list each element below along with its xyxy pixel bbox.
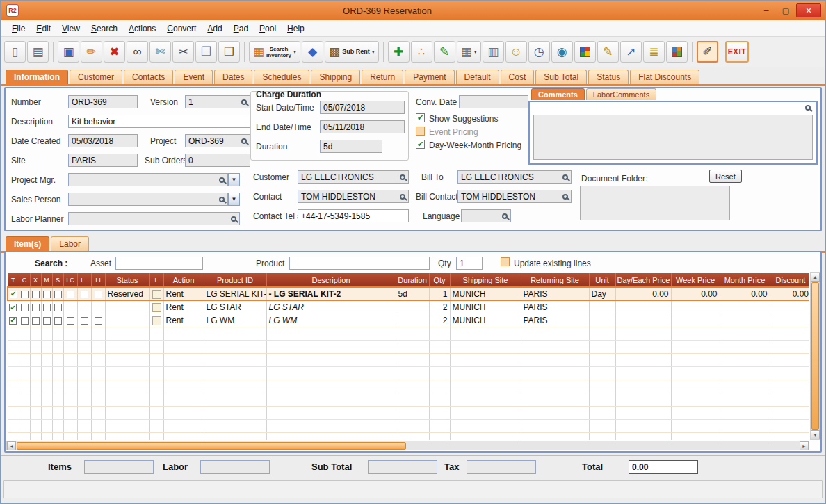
table-row-empty[interactable]: [8, 366, 809, 380]
row-checkbox[interactable]: [54, 317, 62, 325]
row-checkbox[interactable]: [81, 304, 88, 311]
row-checkbox[interactable]: [81, 317, 88, 325]
row-select-checkbox[interactable]: ✔: [9, 317, 17, 325]
minimize-button[interactable]: –: [757, 3, 775, 17]
project-field[interactable]: ORD-369: [185, 134, 250, 147]
tab-default[interactable]: Default: [456, 70, 499, 84]
tab-payment[interactable]: Payment: [405, 70, 454, 84]
table-row[interactable]: ✔ Reserved Rent LG SERIAL KIT-2 - LG SER…: [8, 287, 809, 300]
col-i2[interactable]: I...: [77, 273, 91, 287]
col-ic[interactable]: I.C: [63, 273, 77, 287]
col-m[interactable]: M: [41, 273, 52, 287]
col-shipping-site[interactable]: Shipping Site: [450, 273, 521, 287]
col-c[interactable]: C: [19, 273, 30, 287]
group-button[interactable]: ∴: [411, 41, 432, 63]
close-button[interactable]: ✕: [796, 3, 821, 17]
sub-orders-field[interactable]: 0: [185, 154, 250, 167]
wand-button[interactable]: ✐: [697, 41, 718, 63]
tab-labor[interactable]: Labor: [51, 236, 89, 251]
description-field[interactable]: Kit behavior: [68, 115, 250, 128]
search-icon[interactable]: [502, 213, 508, 219]
table-row-empty[interactable]: [8, 340, 809, 353]
conv-date-field[interactable]: [459, 95, 528, 108]
contact-tel-field[interactable]: +44-17-5349-1585: [298, 209, 409, 222]
sub-total-field[interactable]: [368, 460, 437, 474]
horizontal-scrollbar[interactable]: ◄ ►: [6, 441, 809, 450]
number-field[interactable]: ORD-369: [68, 95, 138, 108]
date-created-field[interactable]: 05/03/2018: [68, 134, 138, 147]
tab-cost[interactable]: Cost: [501, 70, 535, 84]
col-l[interactable]: L: [149, 273, 163, 287]
row-checkbox[interactable]: [43, 291, 51, 298]
scroll-right-icon[interactable]: ►: [800, 441, 809, 450]
cut-button[interactable]: ✂: [172, 41, 194, 63]
table-row-empty[interactable]: [8, 327, 809, 340]
note-edit-button[interactable]: ✎: [434, 41, 455, 63]
document-folder-box[interactable]: [580, 186, 730, 220]
tab-dates[interactable]: Dates: [214, 70, 252, 84]
col-unit[interactable]: Unit: [589, 273, 615, 287]
tab-event[interactable]: Event: [175, 70, 213, 84]
search-icon[interactable]: [219, 197, 225, 202]
table-row-empty[interactable]: [8, 406, 809, 419]
version-field[interactable]: 1: [185, 95, 250, 108]
search-icon[interactable]: [562, 174, 568, 180]
row-checkbox[interactable]: [32, 291, 40, 298]
row-checkbox[interactable]: [32, 317, 40, 325]
menu-help[interactable]: Help: [282, 22, 310, 35]
tab-shipping[interactable]: Shipping: [311, 70, 360, 84]
row-checkbox[interactable]: [54, 304, 62, 311]
table-row[interactable]: ✔ Rent LG WM LG WM 2: [8, 314, 809, 327]
sales-person-dropdown[interactable]: ▼: [228, 193, 240, 206]
search-icon[interactable]: [219, 177, 225, 183]
tab-return[interactable]: Return: [362, 70, 403, 84]
contact-field[interactable]: TOM HIDDLESTON: [298, 190, 409, 203]
menu-actions[interactable]: Actions: [123, 22, 161, 35]
print-preview-button[interactable]: ▥: [483, 41, 504, 63]
scroll-down-icon[interactable]: ▼: [811, 430, 820, 439]
col-returning-site[interactable]: Returning Site: [521, 273, 589, 287]
update-existing-lines-checkbox[interactable]: [501, 257, 510, 266]
tab-customer[interactable]: Customer: [70, 70, 122, 84]
total-field[interactable]: 0.00: [629, 460, 698, 474]
col-ii[interactable]: I.I: [91, 273, 105, 287]
chevron-down-icon[interactable]: ▾: [372, 49, 375, 55]
row-checkbox[interactable]: [95, 317, 102, 325]
col-qty[interactable]: Qty: [429, 273, 450, 287]
pad-button[interactable]: ▦▾: [457, 41, 481, 63]
line-note-icon[interactable]: [152, 303, 161, 312]
vertical-scrollbar[interactable]: ▲ ▼: [810, 272, 820, 440]
project-mgr-dropdown[interactable]: ▼: [228, 173, 240, 186]
tab-information[interactable]: Information: [6, 70, 68, 84]
menu-pad[interactable]: Pad: [228, 22, 254, 35]
event-pricing-checkbox[interactable]: [416, 127, 425, 136]
col-week-price[interactable]: Week Price: [671, 273, 720, 287]
col-s[interactable]: S: [52, 273, 63, 287]
search-icon[interactable]: [241, 99, 247, 105]
search-icon[interactable]: [400, 194, 405, 200]
tab-contacts[interactable]: Contacts: [124, 70, 173, 84]
cut-document-button[interactable]: ✄: [149, 41, 171, 63]
col-description[interactable]: Description: [266, 273, 396, 287]
delete-button[interactable]: ✖: [104, 41, 125, 63]
chevron-down-icon[interactable]: ▾: [293, 49, 296, 55]
product-search-input[interactable]: [289, 257, 430, 270]
row-checkbox[interactable]: [81, 291, 88, 298]
tab-flat-discounts[interactable]: Flat Discounts: [630, 70, 699, 84]
cube-button[interactable]: ◆: [302, 41, 323, 63]
chevron-down-icon[interactable]: ▾: [474, 49, 477, 55]
start-date-field[interactable]: 05/07/2018: [320, 101, 405, 114]
labor-planner-field[interactable]: [68, 212, 240, 225]
clock-button[interactable]: ◷: [528, 41, 550, 63]
row-checkbox[interactable]: [43, 304, 51, 311]
vertical-scrollbar-thumb[interactable]: [811, 282, 819, 430]
find-button[interactable]: ∞: [127, 41, 148, 63]
row-checkbox[interactable]: [21, 317, 29, 325]
table-row-empty[interactable]: [8, 432, 809, 440]
add-line-button[interactable]: ✚: [388, 41, 410, 63]
packages-button[interactable]: [666, 41, 688, 63]
end-date-field[interactable]: 05/11/2018: [320, 120, 405, 133]
cd-button[interactable]: ◉: [551, 41, 573, 63]
sales-person-field[interactable]: [68, 193, 228, 206]
exit-button[interactable]: EXIT: [725, 41, 749, 63]
